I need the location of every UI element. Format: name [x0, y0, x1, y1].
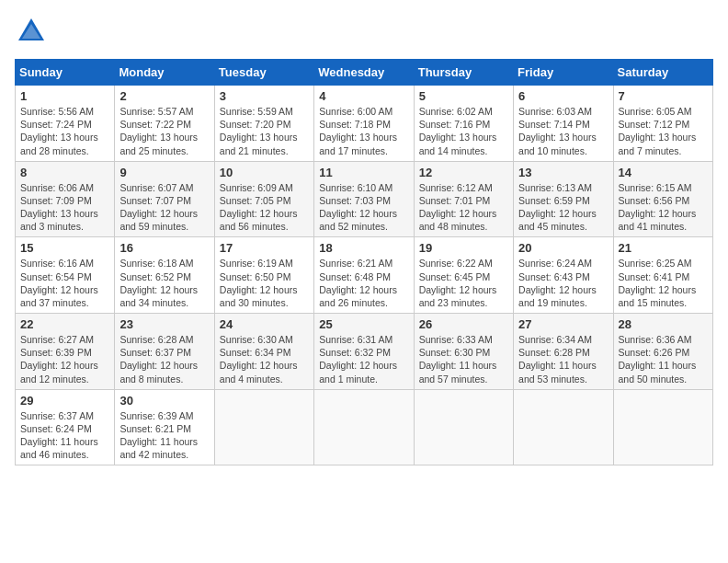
week-row-5: 29Sunrise: 6:37 AM Sunset: 6:24 PM Dayli… [16, 389, 713, 465]
day-number: 19 [419, 241, 508, 255]
day-number: 1 [20, 89, 109, 103]
header-row: SundayMondayTuesdayWednesdayThursdayFrid… [16, 60, 713, 86]
day-number: 22 [20, 317, 109, 331]
day-info: Sunrise: 6:33 AM Sunset: 6:30 PM Dayligh… [419, 333, 508, 385]
day-cell: 13Sunrise: 6:13 AM Sunset: 6:59 PM Dayli… [514, 161, 613, 237]
day-cell: 4Sunrise: 6:00 AM Sunset: 7:18 PM Daylig… [314, 86, 414, 162]
day-info: Sunrise: 6:07 AM Sunset: 7:07 PM Dayligh… [119, 181, 209, 234]
header-day-sunday: Sunday [16, 60, 115, 86]
header-day-wednesday: Wednesday [314, 60, 414, 86]
day-number: 23 [119, 317, 209, 331]
day-info: Sunrise: 6:24 AM Sunset: 6:43 PM Dayligh… [518, 257, 608, 309]
day-number: 16 [119, 241, 209, 255]
week-row-4: 22Sunrise: 6:27 AM Sunset: 6:39 PM Dayli… [16, 314, 713, 390]
day-cell: 5Sunrise: 6:02 AM Sunset: 7:16 PM Daylig… [414, 86, 513, 162]
day-cell: 7Sunrise: 6:05 AM Sunset: 7:12 PM Daylig… [613, 86, 712, 162]
day-number: 13 [518, 166, 608, 179]
day-cell: 29Sunrise: 6:37 AM Sunset: 6:24 PM Dayli… [16, 389, 115, 465]
week-row-1: 1Sunrise: 5:56 AM Sunset: 7:24 PM Daylig… [16, 86, 713, 162]
day-info: Sunrise: 6:37 AM Sunset: 6:24 PM Dayligh… [20, 409, 109, 462]
day-cell: 18Sunrise: 6:21 AM Sunset: 6:48 PM Dayli… [314, 237, 414, 314]
day-info: Sunrise: 6:15 AM Sunset: 6:56 PM Dayligh… [619, 181, 708, 234]
day-info: Sunrise: 6:06 AM Sunset: 7:09 PM Dayligh… [20, 181, 109, 234]
day-info: Sunrise: 6:22 AM Sunset: 6:45 PM Dayligh… [419, 257, 508, 309]
day-info: Sunrise: 6:36 AM Sunset: 6:26 PM Dayligh… [619, 333, 708, 385]
day-cell: 19Sunrise: 6:22 AM Sunset: 6:45 PM Dayli… [414, 237, 513, 314]
header-day-friday: Friday [514, 60, 613, 86]
day-info: Sunrise: 6:34 AM Sunset: 6:28 PM Dayligh… [518, 333, 608, 385]
day-number: 6 [518, 89, 608, 103]
day-info: Sunrise: 5:59 AM Sunset: 7:20 PM Dayligh… [220, 105, 309, 157]
header-day-saturday: Saturday [613, 60, 712, 86]
day-number: 5 [419, 89, 508, 103]
day-info: Sunrise: 5:57 AM Sunset: 7:22 PM Dayligh… [119, 105, 209, 157]
day-number: 21 [619, 241, 708, 255]
header-day-monday: Monday [115, 60, 214, 86]
day-cell: 23Sunrise: 6:28 AM Sunset: 6:37 PM Dayli… [115, 314, 214, 390]
page-header [15, 15, 713, 48]
day-number: 4 [319, 89, 408, 103]
day-cell [314, 389, 414, 465]
day-number: 26 [419, 317, 508, 331]
day-info: Sunrise: 6:05 AM Sunset: 7:12 PM Dayligh… [619, 105, 708, 157]
day-cell [414, 389, 513, 465]
day-number: 28 [619, 317, 708, 331]
day-cell [613, 389, 712, 465]
day-info: Sunrise: 6:02 AM Sunset: 7:16 PM Dayligh… [419, 105, 508, 157]
day-info: Sunrise: 6:21 AM Sunset: 6:48 PM Dayligh… [319, 257, 408, 309]
day-number: 15 [20, 241, 109, 255]
day-number: 24 [220, 317, 309, 331]
day-info: Sunrise: 6:16 AM Sunset: 6:54 PM Dayligh… [20, 257, 109, 309]
day-info: Sunrise: 6:12 AM Sunset: 7:01 PM Dayligh… [419, 181, 508, 234]
day-cell: 26Sunrise: 6:33 AM Sunset: 6:30 PM Dayli… [414, 314, 513, 390]
day-cell: 16Sunrise: 6:18 AM Sunset: 6:52 PM Dayli… [115, 237, 214, 314]
day-number: 18 [319, 241, 408, 255]
day-info: Sunrise: 6:39 AM Sunset: 6:21 PM Dayligh… [119, 409, 209, 462]
day-info: Sunrise: 6:10 AM Sunset: 7:03 PM Dayligh… [319, 181, 408, 234]
day-number: 27 [518, 317, 608, 331]
day-cell: 27Sunrise: 6:34 AM Sunset: 6:28 PM Dayli… [514, 314, 613, 390]
day-cell: 17Sunrise: 6:19 AM Sunset: 6:50 PM Dayli… [214, 237, 313, 314]
day-number: 17 [220, 241, 309, 255]
day-number: 8 [20, 166, 109, 179]
day-number: 29 [20, 394, 109, 408]
day-cell: 22Sunrise: 6:27 AM Sunset: 6:39 PM Dayli… [16, 314, 115, 390]
day-info: Sunrise: 6:18 AM Sunset: 6:52 PM Dayligh… [119, 257, 209, 309]
day-info: Sunrise: 6:31 AM Sunset: 6:32 PM Dayligh… [319, 333, 408, 385]
day-info: Sunrise: 6:30 AM Sunset: 6:34 PM Dayligh… [220, 333, 309, 385]
day-cell: 25Sunrise: 6:31 AM Sunset: 6:32 PM Dayli… [314, 314, 414, 390]
day-cell: 12Sunrise: 6:12 AM Sunset: 7:01 PM Dayli… [414, 161, 513, 237]
day-info: Sunrise: 6:28 AM Sunset: 6:37 PM Dayligh… [119, 333, 209, 385]
day-info: Sunrise: 6:19 AM Sunset: 6:50 PM Dayligh… [220, 257, 309, 309]
day-cell: 24Sunrise: 6:30 AM Sunset: 6:34 PM Dayli… [214, 314, 313, 390]
day-number: 2 [119, 89, 209, 103]
week-row-3: 15Sunrise: 6:16 AM Sunset: 6:54 PM Dayli… [16, 237, 713, 314]
day-info: Sunrise: 6:13 AM Sunset: 6:59 PM Dayligh… [518, 181, 608, 234]
logo-icon [15, 15, 48, 48]
week-row-2: 8Sunrise: 6:06 AM Sunset: 7:09 PM Daylig… [16, 161, 713, 237]
logo [15, 15, 51, 48]
day-cell: 30Sunrise: 6:39 AM Sunset: 6:21 PM Dayli… [115, 389, 214, 465]
calendar-header: SundayMondayTuesdayWednesdayThursdayFrid… [16, 60, 713, 86]
day-number: 20 [518, 241, 608, 255]
header-day-tuesday: Tuesday [214, 60, 313, 86]
day-number: 7 [619, 89, 708, 103]
day-cell: 9Sunrise: 6:07 AM Sunset: 7:07 PM Daylig… [115, 161, 214, 237]
day-cell: 15Sunrise: 6:16 AM Sunset: 6:54 PM Dayli… [16, 237, 115, 314]
day-number: 12 [419, 166, 508, 179]
day-cell: 20Sunrise: 6:24 AM Sunset: 6:43 PM Dayli… [514, 237, 613, 314]
day-number: 30 [119, 394, 209, 408]
day-number: 11 [319, 166, 408, 179]
day-cell: 8Sunrise: 6:06 AM Sunset: 7:09 PM Daylig… [16, 161, 115, 237]
day-cell: 2Sunrise: 5:57 AM Sunset: 7:22 PM Daylig… [115, 86, 214, 162]
day-cell: 10Sunrise: 6:09 AM Sunset: 7:05 PM Dayli… [214, 161, 313, 237]
day-cell: 1Sunrise: 5:56 AM Sunset: 7:24 PM Daylig… [16, 86, 115, 162]
calendar-table: SundayMondayTuesdayWednesdayThursdayFrid… [15, 59, 713, 465]
day-cell: 28Sunrise: 6:36 AM Sunset: 6:26 PM Dayli… [613, 314, 712, 390]
day-info: Sunrise: 6:25 AM Sunset: 6:41 PM Dayligh… [619, 257, 708, 309]
day-number: 9 [119, 166, 209, 179]
day-info: Sunrise: 6:00 AM Sunset: 7:18 PM Dayligh… [319, 105, 408, 157]
day-number: 10 [220, 166, 309, 179]
day-number: 3 [220, 89, 309, 103]
day-number: 25 [319, 317, 408, 331]
